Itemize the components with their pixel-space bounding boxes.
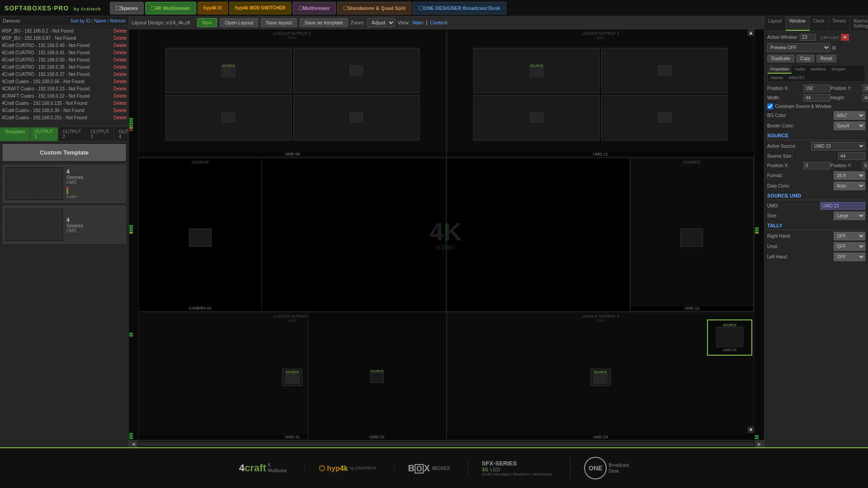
source-thumb[interactable] <box>601 48 727 93</box>
q4-umd23-active[interactable]: SOURCE UMD 23 <box>707 319 752 356</box>
center-4k-display[interactable]: 4K HDMI <box>262 158 630 311</box>
source-thumb[interactable] <box>293 95 420 140</box>
source-size-input[interactable] <box>838 152 865 160</box>
delete-device-7[interactable]: Delete <box>113 71 127 78</box>
tab-layout[interactable]: Layout <box>764 16 786 31</box>
quadrant-3[interactable]: LAYOUT OUTPUT 3 SDI3 SOURCE UMD 21 SOURC… <box>139 312 447 440</box>
new-button[interactable]: New <box>197 18 217 27</box>
view-content-link[interactable]: Content <box>430 20 448 25</box>
sort-by-id-link[interactable]: Sort by ID <box>71 19 90 23</box>
sub-tab-alarms[interactable]: Alarms <box>768 74 786 81</box>
scroll-down-button[interactable]: ▼ <box>748 427 754 433</box>
template-tab-output2[interactable]: OUTPUT 2 <box>58 127 86 141</box>
delete-device-1[interactable]: Delete <box>113 28 127 35</box>
template-tab-output1-label[interactable]: OUTPUT 1 <box>30 127 58 141</box>
delete-device-5[interactable]: Delete <box>113 56 127 64</box>
view-main-link[interactable]: Main <box>412 20 423 25</box>
template-tab-output3[interactable]: OUTPUT 3 <box>86 127 114 141</box>
position-y-input[interactable] <box>862 84 868 92</box>
nav-tab-spaces[interactable]: ⬚ Spaces <box>110 2 144 14</box>
quadrant-1[interactable]: LAYOUT OUTPUT 1 SDI1 SOURCE <box>139 29 447 157</box>
source-umd-link[interactable]: SOURCE UMD <box>767 193 801 198</box>
source-section-link[interactable]: SOURCE <box>767 133 788 138</box>
width-input[interactable] <box>803 94 830 102</box>
sub-tab-properties[interactable]: Properties <box>768 66 792 74</box>
source-thumb[interactable]: SOURCE <box>282 369 302 386</box>
position-x-input[interactable] <box>803 84 830 92</box>
format-select[interactable]: 16:9 4:3 <box>834 171 865 180</box>
quadrant-4[interactable]: LAYOUT OUTPUT 4 SDI4 SOURCE UMD 24 SOURC… <box>447 312 755 440</box>
umd-input[interactable] <box>820 202 865 210</box>
source-thumb[interactable]: SOURCE <box>590 369 611 386</box>
close-window-button[interactable]: ✕ <box>841 34 849 41</box>
sub-tab-scopes[interactable]: Scopes <box>829 66 848 74</box>
source-thumb[interactable] <box>165 95 292 140</box>
save-as-template-button[interactable]: Save as template <box>300 18 348 27</box>
delete-device-2[interactable]: Delete <box>113 35 127 42</box>
constrain-checkbox[interactable] <box>767 103 773 109</box>
scroll-left-button[interactable]: ◀ <box>129 441 138 448</box>
custom-template-button[interactable]: Custom Template <box>3 144 126 161</box>
nav-tab-hyp4k[interactable]: hyp4k it! <box>198 2 228 14</box>
delete-device-11[interactable]: Delete <box>113 100 127 107</box>
tab-window[interactable]: Window <box>786 16 810 31</box>
refresh-link[interactable]: Refresh <box>110 19 126 23</box>
sub-tab-markers[interactable]: Markers <box>808 66 829 74</box>
bg-color-select[interactable]: Alfa7 Black Grey4 <box>834 111 865 120</box>
nav-tab-standalone[interactable]: ⬚ Standalone & Quad Split <box>337 2 411 14</box>
h-scroll-track[interactable] <box>139 442 754 446</box>
quadrant-2[interactable]: LAYOUT OUTPUT 2 SDI2 SOURCE <box>447 29 755 157</box>
sort-by-name-link[interactable]: Name <box>94 19 106 23</box>
delete-device-13[interactable]: Delete <box>113 114 127 122</box>
template-tab-output4[interactable]: OUTPUT 4 <box>114 127 129 141</box>
save-layout-button[interactable]: Save layout <box>261 18 297 27</box>
duplicate-button[interactable]: Duplicate <box>767 55 794 62</box>
position-x-row: Position X: Position Y: <box>767 84 865 92</box>
nav-tab-one-designer[interactable]: ⬚ ONE DESIGNER Broadcast Desk <box>413 2 506 14</box>
preview-select[interactable]: Preview OFF Preview ON <box>767 43 830 52</box>
sub-tab-info-atc[interactable]: Info/ATC <box>786 74 807 81</box>
left-hand-select[interactable]: OFF ON <box>834 253 865 261</box>
data-conv-select[interactable]: Auto On Off <box>834 182 865 190</box>
delete-device-4[interactable]: Delete <box>113 49 127 56</box>
copy-button[interactable]: Copy <box>796 55 815 62</box>
active-source-select[interactable]: UMD 23 UMD 1 UMD 2 <box>811 142 865 150</box>
source-thumb[interactable]: SOURCE <box>473 48 599 93</box>
quadrant-umd12[interactable]: SOURCE UMD 12 <box>630 158 754 311</box>
tab-clock[interactable]: Clock <box>810 16 829 31</box>
delete-device-8[interactable]: Delete <box>113 78 127 85</box>
border-color-label: Border Color: <box>767 123 803 128</box>
source-pos-x-input[interactable] <box>803 162 830 169</box>
umd-size-select[interactable]: Large Medium Small <box>834 211 865 220</box>
reset-button[interactable]: Reset <box>816 55 836 62</box>
open-layout-button[interactable]: Open Layout <box>220 18 258 27</box>
nav-tab-4k-multiviewer[interactable]: ⬚ 4K Multiviewer <box>145 2 196 14</box>
source-thumb[interactable] <box>293 48 420 93</box>
border-color-select[interactable]: Grey4 Black White <box>834 122 865 130</box>
delete-device-10[interactable]: Delete <box>113 93 127 100</box>
q3-right-section[interactable]: SOURCE UMD 22 <box>308 312 446 440</box>
source-thumb[interactable] <box>601 95 727 140</box>
nav-tab-hyp4k-mod[interactable]: hyp4k MOD SWITCHER <box>229 2 291 14</box>
scroll-right-button[interactable]: ▶ <box>755 441 764 448</box>
delete-device-9[interactable]: Delete <box>113 85 127 93</box>
scroll-up-button[interactable]: ▲ <box>748 29 754 36</box>
delete-device-12[interactable]: Delete <box>113 107 127 114</box>
source-thumb[interactable] <box>473 95 599 140</box>
delete-device-6[interactable]: Delete <box>113 64 127 71</box>
right-hand-select[interactable]: OFF ON <box>834 232 865 240</box>
quadrant-camera01[interactable]: SOURCE CAMERA 01 <box>139 158 262 311</box>
height-input[interactable] <box>862 94 868 102</box>
nav-tab-multiviewer[interactable]: ⬚ Multiviewer <box>292 2 336 14</box>
active-window-input[interactable]: 23 <box>800 34 816 41</box>
sub-tab-audio[interactable]: Audio <box>792 66 808 74</box>
zoom-select[interactable]: Adjust 50% 75% 100% <box>368 18 395 27</box>
umd-tally-select[interactable]: OFF ON <box>834 242 865 251</box>
source-pos-y-input[interactable] <box>862 162 868 169</box>
delete-device-3[interactable]: Delete <box>113 42 127 49</box>
source-thumb[interactable]: SOURCE <box>165 48 292 93</box>
template-tab-output1[interactable]: Templates <box>0 127 30 141</box>
tab-timers[interactable]: Timers <box>829 16 850 31</box>
tally-link[interactable]: TALLY <box>767 223 783 228</box>
tab-alarms-settings[interactable]: Alarms Settings <box>850 16 868 31</box>
